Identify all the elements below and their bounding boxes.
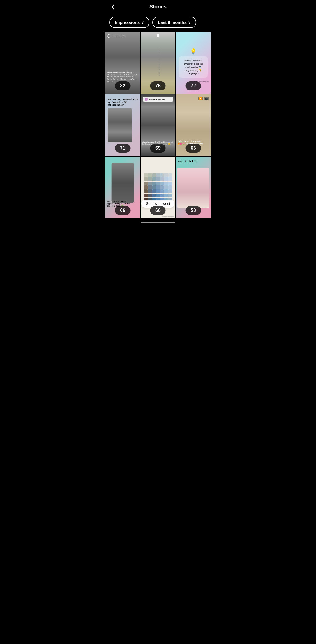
header: Stories xyxy=(105,0,211,14)
swatch-color xyxy=(168,189,172,193)
home-indicator xyxy=(141,222,175,223)
back-button[interactable] xyxy=(110,4,116,10)
swatch-color xyxy=(148,177,152,181)
story-count-5: 69 xyxy=(150,144,166,153)
swatch-color xyxy=(152,185,156,189)
bottom-bar xyxy=(105,218,211,227)
story-username-1: sineadmaraisonline xyxy=(107,34,126,38)
story-count-3: 72 xyxy=(186,81,201,90)
story-item-8[interactable]: @sineadmaraisonline Sort by newest 66 xyxy=(141,157,176,218)
story-text-3: Did you know that javascript is still th… xyxy=(182,59,204,75)
swatch-color xyxy=(164,173,168,177)
swatch-username: @sineadmaraisonline xyxy=(161,216,174,217)
filters-bar: Impressions ∨ Last 6 months ∨ xyxy=(105,14,211,32)
story-count-6: 66 xyxy=(186,144,201,153)
swatch-color xyxy=(160,177,164,181)
swatch-color xyxy=(168,177,172,181)
swatch-color xyxy=(160,189,164,193)
story-item-3[interactable]: 💡 Did you know that javascript is still … xyxy=(176,32,211,94)
story-count-2: 75 xyxy=(150,81,166,90)
swatch-color xyxy=(144,194,148,197)
swatch-color xyxy=(168,194,172,197)
swatch-color xyxy=(164,185,168,189)
swatch-color xyxy=(160,182,164,185)
swatch-color xyxy=(156,177,160,181)
swatch-color xyxy=(152,173,156,177)
story-item-6[interactable]: ▶️ 📷 This is office goals😍💕🌷 @thishouse5… xyxy=(176,94,211,156)
story-count-8: 66 xyxy=(150,206,166,215)
page-title: Stories xyxy=(149,4,167,10)
story-username-5: sineadmaraisonline xyxy=(149,98,165,100)
swatch-color xyxy=(168,185,172,189)
swatch-color xyxy=(144,177,148,181)
swatch-color xyxy=(148,182,152,185)
story-item-5[interactable]: sineadmaraisonline sineadmaraisonline Be… xyxy=(141,94,176,156)
swatch-color xyxy=(156,182,160,185)
swatch-color xyxy=(164,177,168,181)
swatch-color xyxy=(160,185,164,189)
swatch-color xyxy=(164,189,168,193)
swatch-color xyxy=(160,194,164,197)
story-count-7: 66 xyxy=(115,206,130,215)
swatch-color xyxy=(152,177,156,181)
swatch-color xyxy=(156,189,160,193)
chevron-down-icon: ∨ xyxy=(188,20,191,24)
swatch-color xyxy=(144,182,148,185)
story-item-7[interactable]: Early start today,appreciating a coffeea… xyxy=(105,157,140,218)
story-count-1: 82 xyxy=(115,81,130,90)
story-text-4: Anniversary weekend withmy favourite 🖤@j… xyxy=(108,98,138,106)
swatch-color xyxy=(168,173,172,177)
swatch-color xyxy=(152,182,156,185)
date-filter-button[interactable]: Last 6 months ∨ xyxy=(152,17,196,28)
story-count-4: 71 xyxy=(115,144,130,153)
swatch-color xyxy=(144,173,148,177)
swatch-color xyxy=(164,182,168,185)
swatch-color xyxy=(156,194,160,197)
swatch-color xyxy=(164,194,168,197)
story-item-2[interactable]: UNIVERSITY OF MANCHESTER 75 xyxy=(141,32,176,94)
chevron-down-icon: ∨ xyxy=(141,20,144,24)
story-item-4[interactable]: Anniversary weekend withmy favourite 🖤@j… xyxy=(105,94,140,156)
story-card-5: sineadmaraisonline xyxy=(143,97,173,102)
swatch-color xyxy=(156,185,160,189)
story-caption-1: sineadmaraisonline Happy international W… xyxy=(107,71,138,82)
camera-icons-6: ▶️ 📷 xyxy=(198,97,209,100)
swatch-color xyxy=(156,173,160,177)
swatch-color xyxy=(144,185,148,189)
swatch-color xyxy=(148,194,152,197)
swatch-color xyxy=(144,189,148,193)
stories-grid: sineadmaraisonline sineadmaraisonline Ha… xyxy=(105,32,211,218)
swatch-color xyxy=(148,173,152,177)
story-text-9: And this!!! xyxy=(178,160,197,163)
story-item-1[interactable]: sineadmaraisonline sineadmaraisonline Ha… xyxy=(105,32,140,94)
impressions-filter-button[interactable]: Impressions ∨ xyxy=(109,17,149,28)
swatch-color xyxy=(160,173,164,177)
swatch-color xyxy=(168,182,172,185)
swatch-color xyxy=(148,189,152,193)
story-item-9[interactable]: And this!!! @thishouse5000 @sineadmarais… xyxy=(176,157,211,218)
story-vtext-2: UNIVERSITY OF MANCHESTER xyxy=(158,49,160,77)
swatch-color xyxy=(152,194,156,197)
swatch-color xyxy=(148,185,152,189)
swatch-color xyxy=(152,189,156,193)
story-count-9: 58 xyxy=(186,206,201,215)
color-swatches xyxy=(144,173,172,201)
